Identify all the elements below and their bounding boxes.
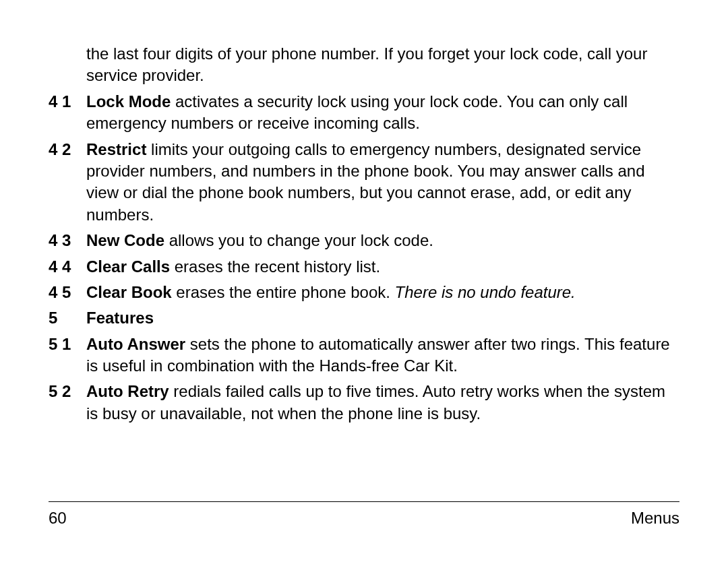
content-area: the last four digits of your phone numbe… — [49, 43, 679, 501]
item-number: 4 1 — [49, 91, 86, 113]
item-title: Clear Book — [86, 283, 172, 301]
item-number: 4 3 — [49, 230, 86, 251]
item-title: Clear Calls — [86, 257, 170, 276]
item-text: Auto Retry redials failed calls up to fi… — [86, 381, 679, 425]
section-features: 5 Features — [49, 307, 679, 329]
item-lock-mode: 4 1 Lock Mode activates a security lock … — [49, 91, 679, 135]
item-number: 4 5 — [49, 282, 86, 303]
item-number: 4 2 — [49, 139, 86, 160]
item-number: 5 1 — [49, 334, 86, 355]
item-desc: allows you to change your lock code. — [164, 231, 433, 249]
item-number: 5 2 — [49, 381, 86, 402]
item-clear-book: 4 5 Clear Book erases the entire phone b… — [49, 282, 679, 303]
item-desc: limits your outgoing calls to emergency … — [86, 140, 645, 224]
item-text: Clear Book erases the entire phone book.… — [86, 282, 679, 303]
item-desc: redials failed calls up to five times. A… — [86, 382, 665, 422]
item-text: Lock Mode activates a security lock usin… — [86, 91, 679, 135]
item-clear-calls: 4 4 Clear Calls erases the recent histor… — [49, 256, 679, 278]
section-name: Menus — [631, 507, 679, 529]
item-text: Auto Answer sets the phone to automatica… — [86, 334, 679, 377]
section-number: 5 — [49, 307, 86, 329]
item-text: Restrict limits your outgoing calls to e… — [86, 139, 679, 226]
item-text: New Code allows you to change your lock … — [86, 230, 679, 251]
item-auto-answer: 5 1 Auto Answer sets the phone to automa… — [49, 334, 679, 377]
page-number: 60 — [49, 507, 67, 529]
intro-paragraph: the last four digits of your phone numbe… — [49, 43, 679, 87]
item-title: Auto Retry — [86, 382, 169, 400]
item-desc: erases the recent history list. — [170, 257, 380, 276]
page: the last four digits of your phone numbe… — [0, 0, 728, 562]
item-desc: erases the entire phone book. — [172, 283, 395, 301]
item-note: There is no undo feature. — [395, 283, 576, 301]
footer: 60 Menus — [49, 502, 679, 529]
item-auto-retry: 5 2 Auto Retry redials failed calls up t… — [49, 381, 679, 425]
section-title: Features — [86, 307, 679, 329]
item-title: Restrict — [86, 140, 146, 158]
item-title: Lock Mode — [86, 92, 171, 111]
item-title: Auto Answer — [86, 335, 185, 353]
item-number: 4 4 — [49, 256, 86, 278]
item-new-code: 4 3 New Code allows you to change your l… — [49, 230, 679, 251]
item-text: Clear Calls erases the recent history li… — [86, 256, 679, 278]
item-restrict: 4 2 Restrict limits your outgoing calls … — [49, 139, 679, 226]
section-title-text: Features — [86, 309, 154, 327]
item-title: New Code — [86, 231, 164, 249]
